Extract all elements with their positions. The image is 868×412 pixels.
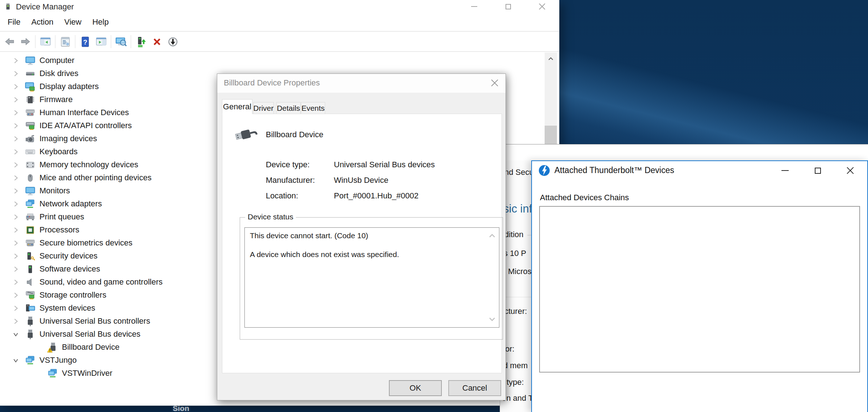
scroll-down-icon[interactable] (488, 315, 496, 323)
scroll-up-button[interactable] (545, 52, 557, 66)
help-icon: ? (79, 36, 91, 48)
tree-item-computer[interactable]: Computer (0, 54, 545, 67)
menu-file[interactable]: File (2, 16, 26, 28)
usb-plug-icon (235, 126, 259, 142)
close-button[interactable] (834, 161, 867, 180)
disk-icon (24, 68, 36, 79)
ok-button[interactable]: OK (389, 380, 442, 396)
window-title: Attached Thunderbolt™ Devices (554, 165, 674, 175)
dialog-titlebar: Billboard Device Properties (217, 74, 506, 93)
tree-item-label: Billboard Device (62, 342, 119, 352)
thunderbolt-icon (538, 165, 550, 176)
update-driver-icon (135, 36, 147, 48)
scan-for-hardware-changes-icon (115, 36, 127, 48)
menu-view[interactable]: View (59, 16, 87, 28)
tree-item-label: Print queues (39, 212, 84, 222)
chevron-right-icon[interactable] (12, 318, 24, 325)
thunderbolt-titlebar: Attached Thunderbolt™ Devices (532, 161, 867, 180)
chevron-right-icon[interactable] (12, 265, 24, 273)
forward-button[interactable] (17, 33, 33, 50)
chevron-right-icon[interactable] (12, 148, 24, 155)
window-title: Device Manager (16, 2, 74, 12)
tree-item-label: Display adapters (39, 82, 99, 91)
tree-item-label: Imaging devices (39, 134, 97, 143)
menu-help[interactable]: Help (87, 16, 114, 28)
tab-general[interactable]: General (222, 99, 252, 114)
menu-action[interactable]: Action (26, 16, 59, 28)
chevron-right-icon[interactable] (12, 213, 24, 220)
chevron-right-icon[interactable] (12, 122, 24, 129)
device-name: Billboard Device (266, 130, 323, 139)
section-rule (527, 235, 531, 235)
show-console-tree-button[interactable] (37, 33, 53, 50)
scan-for-hardware-changes-button[interactable] (113, 33, 129, 50)
dialog-title: Billboard Device Properties (224, 78, 320, 88)
help-button[interactable]: ? (77, 33, 93, 50)
usb-icon (24, 328, 36, 340)
chevron-right-icon[interactable] (12, 83, 24, 90)
tree-item-label: Security devices (39, 251, 97, 261)
printer-icon (24, 211, 36, 223)
system-window-titlebar (500, 144, 868, 160)
tab-events[interactable]: Events (301, 102, 325, 114)
uninstall-device-button[interactable] (149, 33, 165, 50)
biometric-icon (24, 237, 36, 249)
attached-devices-list[interactable] (539, 206, 860, 373)
tree-item-label: Mice and other pointing devices (39, 173, 151, 182)
device-manager-titlebar: Device Manager (0, 0, 559, 13)
chevron-right-icon[interactable] (12, 278, 24, 286)
field-value: Universal Serial Bus devices (334, 160, 435, 169)
security-icon (24, 250, 36, 262)
update-driver-button[interactable] (133, 33, 149, 50)
chevron-right-icon[interactable] (12, 187, 24, 194)
chevron-right-icon[interactable] (12, 304, 24, 312)
background-text-fragment: or: (505, 344, 515, 354)
tree-item-label: Firmware (39, 95, 73, 104)
back-button[interactable] (1, 33, 17, 50)
chevron-right-icon[interactable] (12, 96, 24, 103)
chevron-right-icon[interactable] (12, 174, 24, 181)
chevron-right-icon[interactable] (12, 239, 24, 247)
uninstall-device-icon (151, 36, 163, 48)
chevron-right-icon[interactable] (12, 70, 24, 77)
chevron-right-icon[interactable] (12, 226, 24, 234)
field-location: Location:Port_#0001.Hub_#0002 (266, 191, 419, 201)
chevron-right-icon[interactable] (12, 161, 24, 168)
field-value: Port_#0001.Hub_#0002 (334, 191, 419, 200)
imaging-icon (24, 133, 36, 144)
background-text-fragment: type: (507, 378, 524, 387)
background-text-fragment: Micros (508, 267, 531, 276)
show-console-tree-icon (39, 36, 51, 48)
maximize-button[interactable] (491, 0, 525, 13)
disable-device-button[interactable] (165, 33, 181, 50)
chevron-right-icon[interactable] (12, 252, 24, 260)
close-button[interactable] (488, 77, 501, 88)
tab-details[interactable]: Details (276, 102, 301, 114)
chevron-right-icon[interactable] (12, 135, 24, 142)
chevron-right-icon[interactable] (12, 200, 24, 207)
minimize-button[interactable] (769, 161, 801, 180)
close-icon (539, 3, 545, 10)
speaker-icon (24, 276, 36, 288)
device-status-text[interactable]: This device cannot start. (Code 10)A dev… (244, 227, 499, 328)
tree-item-label: VSTJungo (39, 356, 77, 365)
chevron-right-icon[interactable] (12, 109, 24, 116)
minimize-button[interactable] (457, 0, 491, 13)
scroll-up-icon[interactable] (488, 232, 496, 240)
background-text-fragment: en and Touch (502, 394, 531, 403)
network-icon (46, 367, 59, 379)
chevron-right-icon[interactable] (12, 57, 24, 64)
cancel-button[interactable]: Cancel (448, 380, 501, 396)
close-button[interactable] (525, 0, 559, 13)
maximize-button[interactable] (801, 161, 834, 180)
tab-driver[interactable]: Driver (253, 102, 274, 114)
tree-item-label: Sound, video and game controllers (39, 277, 163, 287)
thunderbolt-devices-window: Attached Thunderbolt™ Devices Attached D… (531, 160, 868, 412)
toolbar-separator (111, 35, 111, 48)
chevron-right-icon[interactable] (12, 291, 24, 299)
chevron-down-icon[interactable] (12, 357, 24, 364)
properties-button[interactable] (57, 33, 73, 50)
show-action-pane-button[interactable] (93, 33, 109, 50)
chevron-down-icon[interactable] (12, 331, 24, 338)
keyboard-icon (24, 146, 36, 157)
